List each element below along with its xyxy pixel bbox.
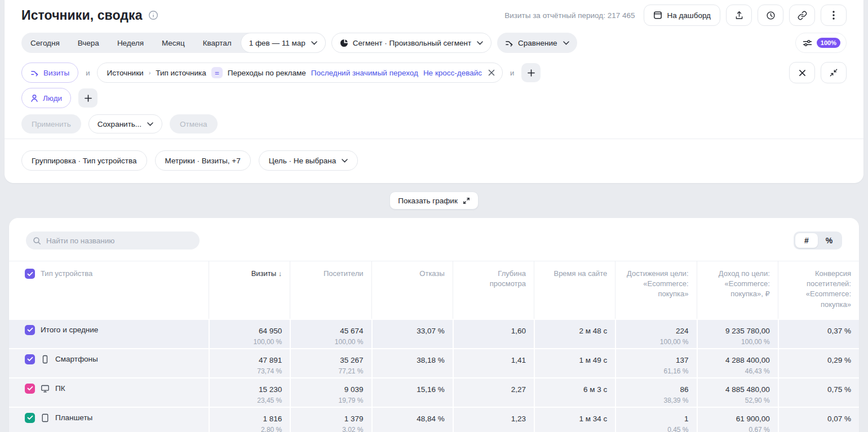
apply-button[interactable]: Применить bbox=[21, 114, 81, 133]
tab-quarter[interactable]: Квартал bbox=[194, 33, 241, 53]
row-checkbox[interactable] bbox=[25, 384, 35, 394]
date-range-picker[interactable]: 1 фев — 11 мар bbox=[241, 33, 326, 53]
row-label: Итого и средние bbox=[41, 326, 98, 334]
mode-absolute-button[interactable]: # bbox=[795, 233, 818, 248]
row-checkbox[interactable] bbox=[25, 354, 35, 364]
visits-metric-icon bbox=[30, 69, 39, 77]
segment-selector[interactable]: Сегмент · Произвольный сегмент bbox=[331, 33, 491, 53]
chevron-down-icon bbox=[563, 41, 569, 45]
goal-chip[interactable]: Цель · Не выбрана bbox=[259, 150, 358, 171]
people-condition-row: Люди bbox=[21, 88, 847, 108]
kebab-icon bbox=[832, 11, 835, 20]
cell-visits: 15 23023,45 % bbox=[209, 378, 290, 407]
column-header-bounce[interactable]: Отказы bbox=[371, 261, 453, 319]
visits-period-label: Визиты за отчётный период: 217 465 bbox=[504, 11, 635, 20]
tab-month[interactable]: Месяц bbox=[153, 33, 194, 53]
search-input[interactable] bbox=[46, 237, 193, 245]
cell-bounce: 38,18 % bbox=[371, 349, 453, 377]
chevron-down-icon bbox=[147, 122, 153, 126]
cell-visitors: 9 03919,79 % bbox=[290, 378, 371, 407]
column-header-goal-conversion[interactable]: Конверсия посетителей: «Ecommerce: покуп… bbox=[778, 261, 859, 319]
tab-week[interactable]: Неделя bbox=[108, 33, 153, 53]
chevron-down-icon bbox=[477, 41, 483, 45]
filter-condition-chip[interactable]: Источники › Тип источника = Переходы по … bbox=[97, 63, 503, 83]
add-people-condition-button[interactable] bbox=[78, 88, 98, 108]
export-button[interactable] bbox=[726, 5, 752, 26]
table-row-pc[interactable]: ПК 15 23023,45 % 9 03919,79 % 15,16 % 2,… bbox=[9, 377, 859, 407]
clock-icon bbox=[766, 11, 776, 20]
cell-goal-revenue: 61 900,000,67 % bbox=[697, 408, 778, 432]
cancel-button[interactable]: Отмена bbox=[170, 114, 217, 133]
row-checkbox[interactable] bbox=[25, 325, 35, 335]
cell-goal-conversion: 0,07 % bbox=[778, 408, 859, 432]
cell-goal-conversion: 0,37 % bbox=[778, 320, 859, 348]
and-operator-label: и bbox=[510, 69, 514, 77]
collapse-editor-button[interactable] bbox=[821, 62, 847, 83]
condition-value: Переходы по рекламе bbox=[228, 69, 306, 77]
table-search[interactable] bbox=[26, 231, 200, 250]
metrics-chip[interactable]: Метрики · Визиты, +7 bbox=[155, 150, 251, 171]
history-button[interactable] bbox=[758, 5, 783, 26]
column-header-visitors[interactable]: Посетители bbox=[290, 261, 371, 319]
close-segment-editor-button[interactable] bbox=[789, 62, 815, 83]
dashboard-button[interactable]: На дашборд bbox=[644, 5, 720, 26]
attribution-link[interactable]: Последний значимый переход bbox=[311, 69, 418, 77]
table-toolbar: # % bbox=[9, 231, 859, 250]
dashboard-icon bbox=[653, 11, 662, 20]
save-button[interactable]: Сохранить... bbox=[88, 114, 162, 133]
cell-goal-conversion: 0,29 % bbox=[778, 349, 859, 377]
mode-percent-button[interactable]: % bbox=[818, 233, 840, 248]
people-segment-chip[interactable]: Люди bbox=[21, 88, 71, 108]
grouping-chip[interactable]: Группировка · Тип устройства bbox=[21, 150, 147, 171]
column-header-time[interactable]: Время на сайте bbox=[534, 261, 615, 319]
add-condition-button[interactable] bbox=[521, 63, 541, 82]
cell-time: 1 м 49 с bbox=[534, 349, 615, 377]
compare-button[interactable]: Сравнение bbox=[497, 33, 577, 53]
visits-segment-chip[interactable]: Визиты bbox=[21, 63, 78, 83]
select-all-checkbox[interactable] bbox=[25, 269, 35, 279]
sampling-settings-button[interactable]: 100% bbox=[795, 33, 847, 53]
cell-goal-reaches: 224100,00 % bbox=[615, 320, 696, 348]
expand-icon bbox=[463, 197, 470, 204]
sort-desc-icon: ↓ bbox=[278, 269, 282, 278]
cell-goal-reaches: 8638,39 % bbox=[615, 378, 696, 407]
column-header-device-type[interactable]: Тип устройства bbox=[9, 261, 209, 319]
table-row-totals[interactable]: Итого и средние 64 950100,00 % 45 674100… bbox=[9, 319, 859, 348]
row-label: Планшеты bbox=[55, 413, 92, 422]
sampling-badge: 100% bbox=[817, 38, 840, 48]
chevron-down-icon bbox=[342, 159, 348, 163]
person-icon bbox=[30, 94, 38, 103]
sliders-icon bbox=[803, 39, 812, 47]
column-header-goal-reaches[interactable]: Достижения цели: «Ecommerce: покупка» bbox=[615, 261, 696, 319]
tablet-icon bbox=[41, 413, 50, 422]
cross-device-link[interactable]: Не кросс-девайс bbox=[423, 69, 482, 77]
cell-visits: 64 950100,00 % bbox=[209, 320, 290, 348]
link-icon bbox=[798, 11, 807, 20]
breadcrumb-separator: › bbox=[149, 69, 151, 76]
segment-actions-row: Применить Сохранить... Отмена bbox=[21, 114, 847, 139]
period-tab-group: Сегодня Вчера Неделя Месяц Квартал 1 фев… bbox=[21, 33, 326, 53]
share-link-button[interactable] bbox=[789, 5, 815, 26]
cell-depth: 2,27 bbox=[453, 378, 534, 407]
more-menu-button[interactable] bbox=[821, 5, 847, 26]
cell-visits: 47 89173,74 % bbox=[209, 349, 290, 377]
row-checkbox[interactable] bbox=[25, 413, 35, 423]
tab-yesterday[interactable]: Вчера bbox=[69, 33, 108, 53]
info-icon[interactable] bbox=[148, 10, 158, 20]
table-row-smartphones[interactable]: Смартфоны 47 89173,74 % 35 26777,21 % 38… bbox=[9, 348, 859, 377]
cell-goal-revenue: 4 288 400,0046,43 % bbox=[697, 349, 778, 377]
table-row-tablets[interactable]: Планшеты 1 8162,80 % 1 3793,02 % 48,84 %… bbox=[9, 407, 859, 432]
column-header-depth[interactable]: Глубина просмотра bbox=[453, 261, 534, 319]
chevron-down-icon bbox=[311, 41, 317, 45]
report-header-card: Источники, сводка Визиты за отчётный пер… bbox=[5, 0, 863, 183]
and-operator-label: и bbox=[86, 69, 90, 77]
cell-bounce: 33,07 % bbox=[371, 320, 453, 348]
segment-condition-row: Визиты и Источники › Тип источника = Пер… bbox=[21, 62, 847, 83]
remove-condition-icon[interactable] bbox=[488, 69, 495, 76]
tab-today[interactable]: Сегодня bbox=[21, 33, 69, 53]
value-mode-toggle: # % bbox=[794, 231, 842, 250]
column-header-visits[interactable]: Визиты ↓ bbox=[209, 261, 290, 319]
segment-pie-icon bbox=[340, 39, 348, 47]
show-chart-button[interactable]: Показать график bbox=[389, 191, 479, 210]
column-header-goal-revenue[interactable]: Доход по цели: «Ecommerce: покупка», ₽ bbox=[697, 261, 778, 319]
